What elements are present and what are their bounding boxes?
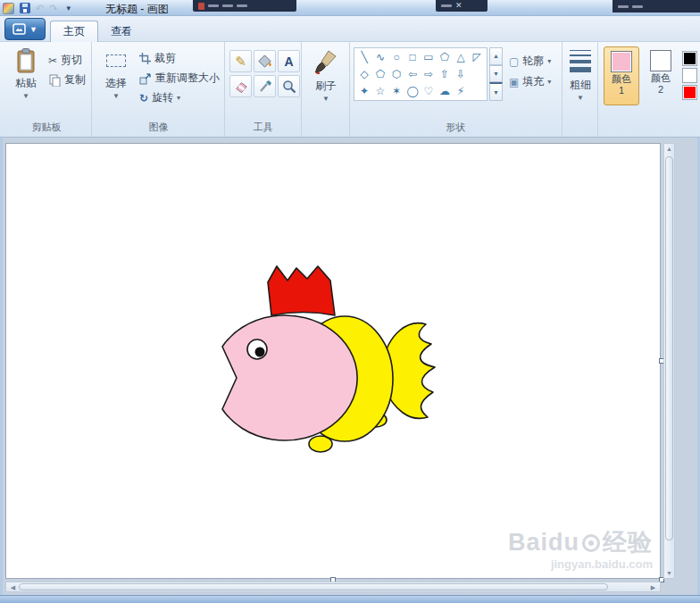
paint-app-icon[interactable] [3, 3, 14, 14]
eyedropper-icon [258, 80, 272, 94]
shapes-gallery: ╲ ∿ ○ □ ▭ ⬠ △ ◸ ◇ ⬠ ⬡ ⇦ ⇨ ⇧ ⇩ ✦ ☆ ✶ [354, 47, 488, 101]
scissors-icon: ✂ [48, 54, 57, 67]
watermark-url: jingyan.baidu.com [508, 558, 653, 571]
watermark-suffix: 经验 [603, 530, 653, 557]
magnifier-tool-button[interactable] [278, 75, 300, 97]
crop-button[interactable]: 裁剪 [139, 51, 176, 66]
brushes-button[interactable]: 刷子 ▼ [305, 46, 346, 103]
vertical-scrollbar[interactable]: ▲ ▼ [663, 143, 675, 579]
shape-arrow-left[interactable]: ⇦ [404, 66, 421, 82]
scroll-left-icon[interactable]: ◀ [8, 584, 18, 591]
shape-fill-button[interactable]: ▣ 填充 ▾ [509, 74, 551, 89]
paint-window: { "titlebar": { "title": "无标题 - 画图" }, "… [0, 0, 700, 603]
paste-button[interactable]: 粘贴 ▼ [7, 45, 45, 100]
drawing-canvas[interactable]: Baidu 经验 jingyan.baidu.com [5, 143, 661, 579]
scroll-up-icon[interactable]: ▲ [664, 146, 674, 152]
shapes-scroll-up-button[interactable]: ▲ [489, 47, 503, 65]
palette-swatch-red[interactable] [682, 85, 697, 100]
image-group: 选择 ▼ 裁剪 重新调整大小 ↻ 旋转 ▾ 图像 [93, 42, 225, 137]
select-button[interactable]: 选择 ▼ [98, 45, 134, 100]
shape-polygon[interactable]: ⬠ [437, 49, 453, 65]
qat-dropdown-icon[interactable]: ▾ [66, 4, 71, 13]
tools-group-label: 工具 [225, 121, 301, 134]
background-window-tab[interactable] [193, 0, 296, 12]
palette-swatch-black[interactable] [682, 51, 697, 66]
color-picker-tool-button[interactable] [254, 75, 276, 97]
background-window-tab[interactable]: ✕ [436, 0, 488, 12]
shape-cloud[interactable]: ☁ [437, 83, 453, 99]
shape-pentagon[interactable]: ⬠ [372, 66, 388, 82]
image-icon [12, 23, 26, 35]
horizontal-scroll-thumb[interactable] [19, 583, 608, 590]
color1-button[interactable]: 颜色 1 [604, 46, 639, 105]
undo-icon[interactable]: ↶ [36, 2, 44, 14]
scroll-right-icon[interactable]: ▶ [648, 584, 658, 591]
palette-swatch-white[interactable] [682, 68, 697, 83]
pencil-icon: ✎ [235, 54, 246, 70]
color2-button[interactable]: 颜色 2 [643, 46, 679, 105]
outline-button[interactable]: ▢ 轮廓 ▾ [509, 54, 551, 69]
scroll-down-icon[interactable]: ▼ [664, 570, 674, 576]
shape-star-5[interactable]: ☆ [372, 83, 388, 99]
resize-button[interactable]: 重新调整大小 [139, 71, 220, 86]
shape-heart[interactable]: ♡ [421, 83, 437, 99]
line-thickness-icon [570, 50, 591, 72]
shape-triangle[interactable]: △ [453, 49, 469, 65]
shape-oval[interactable]: ○ [388, 49, 404, 65]
horizontal-scrollbar[interactable]: ◀ ▶ [5, 582, 661, 592]
brush-icon [313, 48, 338, 77]
save-icon[interactable] [20, 3, 30, 13]
shapes-gallery-scroll: ▲ ▼ ▼ [489, 47, 503, 101]
shapes-expand-button[interactable]: ▼ [489, 82, 503, 101]
fish-crown [268, 266, 335, 315]
brushes-group: 刷子 ▼ [302, 42, 350, 137]
pencil-tool-button[interactable]: ✎ [229, 50, 252, 72]
redo-icon[interactable]: ↷ [49, 2, 57, 14]
shape-arrow-right[interactable]: ⇨ [421, 66, 437, 82]
outline-icon: ▢ [509, 55, 519, 68]
rotate-button[interactable]: ↻ 旋转 ▾ [139, 90, 180, 105]
size-button[interactable]: 粗细 ▼ [564, 47, 596, 102]
menu-dropdown-icon: ▼ [29, 25, 38, 34]
fill-tool-button[interactable] [254, 50, 276, 72]
shape-diamond[interactable]: ◇ [356, 66, 372, 82]
tab-home[interactable]: 主页 [50, 21, 98, 42]
watermark-brand: Baidu [508, 530, 579, 557]
fill-icon: ▣ [509, 76, 519, 88]
shape-rounded-rectangle[interactable]: ▭ [421, 49, 437, 65]
vertical-scroll-thumb[interactable] [665, 156, 673, 540]
brushes-dropdown-icon: ▼ [322, 96, 329, 103]
shape-star-4[interactable]: ✦ [356, 83, 372, 99]
text-tool-button[interactable]: A [278, 50, 300, 72]
tab-view[interactable]: 查看 [98, 21, 145, 42]
shapes-group-label: 形状 [350, 121, 562, 134]
eraser-tool-button[interactable] [229, 75, 252, 97]
copy-button[interactable]: 复制 [48, 72, 86, 88]
colors-group: 颜色 1 颜色 2 [598, 42, 700, 137]
tools-group: ✎ A [225, 42, 302, 137]
shapes-scroll-down-button[interactable]: ▼ [489, 65, 503, 83]
titlebar: ↶ ↷ ▾ 无标题 - 画图 ✕ [0, 0, 700, 16]
shape-lightning[interactable]: ⚡ [453, 83, 469, 99]
shape-hexagon[interactable]: ⬡ [388, 66, 404, 82]
shape-rectangle[interactable]: □ [404, 49, 421, 65]
shape-arrow-up[interactable]: ⇧ [437, 66, 453, 82]
clipboard-icon [15, 47, 37, 74]
shape-callout-oval[interactable]: ◯ [404, 83, 421, 99]
application-menu-button[interactable]: ▼ [4, 18, 46, 40]
image-group-label: 图像 [93, 121, 224, 134]
paint-bucket-icon [257, 54, 272, 69]
shape-star-6[interactable]: ✶ [388, 83, 404, 99]
shape-curve[interactable]: ∿ [372, 49, 388, 65]
cut-button[interactable]: ✂ 剪切 [48, 53, 82, 68]
background-window-tab[interactable] [612, 0, 700, 13]
rotate-icon: ↻ [139, 92, 148, 105]
select-dropdown-icon: ▼ [112, 93, 120, 100]
shape-line[interactable]: ╲ [356, 49, 372, 65]
shapes-group: ╲ ∿ ○ □ ▭ ⬠ △ ◸ ◇ ⬠ ⬡ ⇦ ⇨ ⇧ ⇩ ✦ ☆ ✶ [350, 42, 562, 137]
shape-right-triangle[interactable]: ◸ [469, 49, 485, 65]
background-tab-close-icon[interactable]: ✕ [455, 0, 462, 12]
shape-arrow-down[interactable]: ⇩ [453, 66, 469, 82]
crop-icon [139, 53, 151, 64]
color2-swatch [650, 50, 671, 71]
